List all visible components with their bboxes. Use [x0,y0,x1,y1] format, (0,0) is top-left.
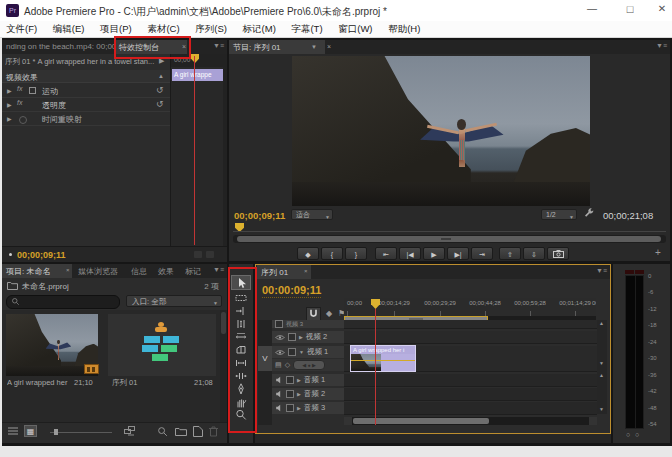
scroll-down-icon[interactable]: ▼ [599,406,604,412]
track-header-video-1[interactable]: ▼ 视频 1 [272,346,344,358]
expand-track-icon[interactable]: ▶ [297,377,301,383]
track-header-video-2[interactable]: ▶ 视频 2 [272,331,344,343]
lock-icon[interactable] [288,333,296,341]
automate-to-sequence-button[interactable] [124,426,136,436]
panel-menu-icon[interactable]: ▼≡ [596,267,607,274]
menu-file[interactable]: 文件(F) [6,23,37,34]
expand-icon[interactable]: ▶ [7,115,12,122]
zoom-slider[interactable] [50,432,112,433]
tool-zoom[interactable] [235,409,247,421]
menu-marker[interactable]: 标记(M) [243,23,276,34]
show-keyframes-icon[interactable]: ◇ [285,361,290,369]
sequence-thumbnail[interactable] [108,314,216,376]
minimize-button[interactable]: — [580,3,604,18]
expand-icon[interactable]: ▶ [7,101,12,108]
tab-effect-controls[interactable]: 特效控制台 [115,40,187,54]
zoom-slider-handle[interactable] [54,429,58,435]
lift-button[interactable]: ⇧ [499,247,521,260]
expand-track-icon[interactable]: ▶ [297,391,301,397]
track-lane-audio-1[interactable] [344,374,597,387]
reset-icon[interactable]: ↺ [156,85,164,95]
tool-slip[interactable] [235,357,247,369]
program-zoom-scrollbar[interactable] [233,235,666,243]
expand-track-icon[interactable]: ▶ [297,405,301,411]
track-lane-video-3[interactable] [344,320,597,329]
settings-wrench-icon[interactable] [583,207,595,219]
filter-dropdown[interactable]: 入口: 全部 ▼ [126,295,222,307]
tool-razor[interactable] [235,344,247,356]
step-forward-button[interactable]: ▶| [447,247,469,260]
tool-slide[interactable] [235,370,247,382]
ec-effect-time-remapping[interactable]: ▶ 时间重映射 [2,112,170,126]
track-lane-video-2[interactable] [344,331,597,344]
tool-pen[interactable] [235,383,247,395]
menu-edit[interactable]: 编辑(E) [53,23,85,34]
lock-icon[interactable] [288,348,296,356]
scrollbar-thumb[interactable] [221,312,226,334]
snap-magnet-icon[interactable] [306,307,321,321]
export-frame-button[interactable] [547,247,569,260]
timeline-ruler[interactable]: 00;00 00;00;14;29 00;00;29;29 00;00;44;2… [344,298,596,317]
scroll-down-icon[interactable]: ▼ [599,360,604,366]
menu-window[interactable]: 窗口(W) [338,23,372,34]
icon-view-button[interactable]: ▦ [24,425,37,437]
reset-icon[interactable]: ↺ [156,99,164,109]
clip-opacity-line[interactable] [351,360,415,361]
menu-clip[interactable]: 素材(C) [147,23,179,34]
tool-selection[interactable] [235,277,247,289]
tab-close-icon[interactable]: × [327,43,331,50]
ec-current-timecode[interactable]: 00;00;09;11 [17,250,66,260]
tab-media-browser[interactable]: 媒体浏览器 [74,264,126,278]
scrollbar-right-box[interactable] [589,417,597,425]
scroll-up-icon[interactable]: ▲ [599,320,604,326]
ec-effect-motion[interactable]: ▶ fx 运动 ↺ [2,84,170,98]
play-button[interactable]: ▶ [423,247,445,260]
expand-icon[interactable]: ▶ [7,87,12,94]
track-header-audio-2[interactable]: ▶ 音频 2 [272,388,344,400]
expand-track-icon[interactable]: ▶ [299,334,303,340]
toggle-visibility-eye-icon[interactable] [275,334,285,341]
sequence-item-name[interactable]: 序列 01 [112,378,137,388]
program-video-frame[interactable] [292,56,590,206]
playback-resolution-dropdown[interactable]: 1/2 ▼ [541,209,577,220]
tab-effects[interactable]: 效果 [154,264,180,278]
keyframe-navigator[interactable]: ◀ ● ▶ [293,360,325,370]
menu-help[interactable]: 帮助(H) [388,23,420,34]
list-view-button[interactable] [8,427,18,435]
ec-timeline-toggle-icon[interactable]: ▶ [159,57,164,65]
tool-rolling-edit[interactable] [235,318,247,330]
timeline-clip[interactable]: A girl wrapped her i [351,346,415,371]
tab-source-monitor[interactable]: nding on the beach.mp4: 00;00;00;00 [2,40,114,54]
lock-icon[interactable] [286,390,294,398]
lock-icon[interactable] [275,320,283,328]
new-item-button[interactable] [193,426,203,437]
scrollbar-thumb[interactable] [353,418,489,424]
set-display-style-icon[interactable]: ▤ [275,361,282,369]
find-button[interactable] [157,426,168,437]
tab-close-icon[interactable]: × [66,267,70,273]
mark-out-button[interactable]: } [345,247,367,260]
timeline-hscrollbar[interactable] [344,417,597,425]
menu-project[interactable]: 项目(P) [100,23,132,34]
tab-info[interactable]: 信息 [127,264,153,278]
clip-indicator-left[interactable] [625,270,634,274]
panel-menu-icon[interactable]: ▼≡ [213,266,224,273]
maximize-button[interactable]: □ [618,3,642,18]
section-collapse-icon[interactable]: ▲ [158,73,164,79]
menu-sequence[interactable]: 序列(S) [195,23,227,34]
source-indicator-v[interactable]: V [258,346,272,371]
track-header-audio-3[interactable]: ▶ 音频 3 [272,402,344,414]
tab-project[interactable]: 项目: 未命名 [2,264,72,278]
collapse-track-icon[interactable]: ▼ [299,349,304,355]
track-header-video-3[interactable]: 视频 3 [272,320,344,328]
toggle-visibility-eye-icon[interactable] [275,349,285,356]
tool-ripple-edit[interactable] [235,305,247,317]
tool-rate-stretch[interactable] [235,331,247,343]
speaker-icon[interactable] [275,390,283,398]
step-back-button[interactable]: |◀ [399,247,421,260]
fit-dropdown[interactable]: 适合 ▼ [291,209,333,220]
tool-hand[interactable] [235,396,247,408]
program-current-timecode[interactable]: 00;00;09;11 [234,210,285,221]
speaker-icon[interactable] [275,376,283,384]
project-scrollbar[interactable] [220,310,227,422]
